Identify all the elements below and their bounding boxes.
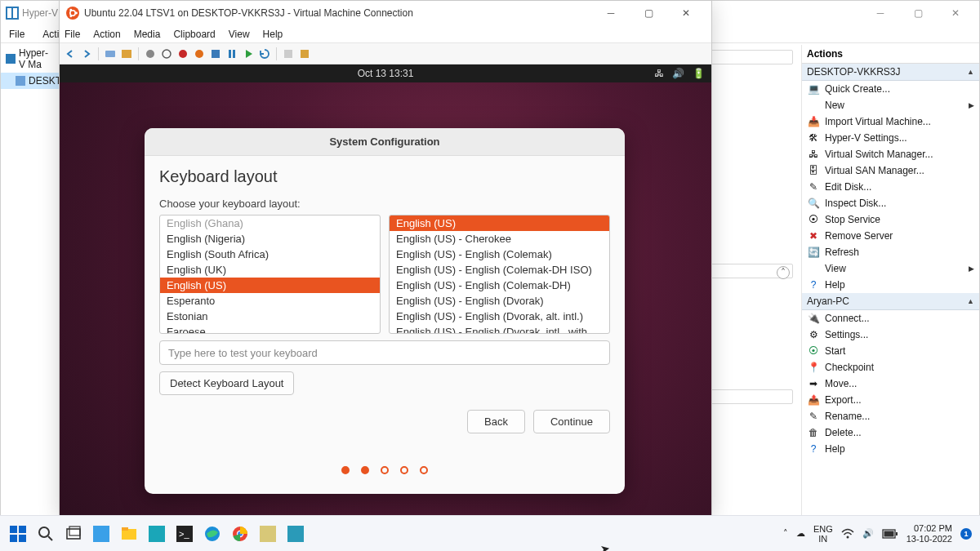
turnoff-button[interactable] (176, 47, 190, 61)
collapse-panel-button[interactable]: ˄ (777, 266, 790, 279)
taskbar-clock[interactable]: 07:02 PM 13-10-2022 (906, 523, 952, 544)
action-item[interactable]: 📥Import Virtual Machine... (802, 113, 979, 130)
list-item[interactable]: English (US) - English (Colemak-DH) (390, 278, 609, 293)
maximize-button[interactable]: ▢ (899, 1, 937, 25)
action-item[interactable]: 💻Quick Create... (802, 81, 979, 97)
list-item[interactable]: English (US) - English (Dvorak, intl., w… (390, 324, 609, 334)
wifi-icon[interactable] (841, 528, 854, 540)
list-item[interactable]: English (UK) (160, 262, 380, 278)
search-button[interactable] (36, 524, 56, 544)
nav-forward-button[interactable] (79, 47, 94, 61)
list-item[interactable]: Esperanto (160, 293, 380, 309)
action-item[interactable]: ✎Rename... (802, 408, 979, 424)
taskbar-app-7[interactable] (258, 524, 278, 544)
terminal-icon[interactable]: >_ (175, 524, 194, 544)
pause-button[interactable] (225, 47, 239, 61)
close-button[interactable]: ✕ (667, 1, 705, 25)
session-button[interactable] (119, 47, 134, 61)
vmc-menu-file[interactable]: File (65, 29, 80, 40)
action-item[interactable]: 🗄Virtual SAN Manager... (802, 162, 979, 179)
vmc-menu-media[interactable]: Media (134, 29, 161, 40)
action-item[interactable]: 🔌Connect... (802, 310, 979, 327)
start-button[interactable] (8, 524, 28, 544)
action-item[interactable]: ✎Edit Disk... (802, 179, 979, 195)
action-item[interactable]: ⚙Settings... (802, 327, 979, 343)
action-item[interactable]: New▶ (802, 97, 979, 113)
list-item[interactable]: Faroese (160, 324, 380, 334)
taskbar-app-1[interactable] (91, 524, 111, 544)
battery-icon[interactable] (882, 529, 898, 539)
maximize-button[interactable]: ▢ (630, 1, 667, 25)
actions-section-host[interactable]: DESKTOP-VKKRS3J ▲ (802, 64, 979, 81)
ctrl-alt-del-button[interactable] (103, 47, 118, 61)
action-item[interactable]: 📤Export... (802, 392, 979, 408)
action-item[interactable]: 🗑Delete... (802, 424, 979, 441)
vmc-menu-help[interactable]: Help (263, 29, 283, 40)
tree-host[interactable]: DESKTOF (1, 73, 59, 89)
actions-section-vm[interactable]: Aryan-PC ▲ (802, 293, 979, 310)
detect-layout-button[interactable]: Detect Keyboard Layout (159, 371, 294, 395)
list-item[interactable]: English (US) (160, 278, 380, 293)
revert-button[interactable] (297, 47, 312, 61)
action-item[interactable]: 📍Checkpoint (802, 359, 979, 375)
action-item[interactable]: ?Help (802, 277, 979, 293)
volume-icon[interactable]: 🔊 (672, 68, 684, 79)
menu-file[interactable]: File (4, 27, 29, 42)
file-explorer-icon[interactable] (119, 524, 139, 544)
list-item[interactable]: English (US) (390, 216, 609, 231)
start-button[interactable] (241, 47, 256, 61)
list-item[interactable]: English (US) - English (Dvorak) (390, 293, 609, 309)
kb-layout-list[interactable]: English (Ghana)English (Nigeria)English … (159, 215, 381, 334)
record-button[interactable] (143, 47, 158, 61)
checkpoint-button[interactable] (281, 47, 296, 61)
action-item[interactable]: ?Help (802, 441, 979, 457)
minimize-button[interactable]: ─ (592, 1, 630, 25)
shutdown-button[interactable] (192, 47, 207, 61)
volume-icon[interactable]: 🔊 (862, 528, 874, 539)
network-icon[interactable]: 🖧 (654, 68, 664, 79)
kb-test-input[interactable] (159, 340, 610, 365)
notification-count[interactable]: 1 (960, 528, 972, 540)
list-item[interactable]: English (US) - Cherokee (390, 231, 609, 247)
action-item[interactable]: 🔍Inspect Disk... (802, 195, 979, 211)
ubuntu-icon (66, 7, 79, 20)
action-item[interactable]: ⦿Stop Service (802, 211, 979, 228)
onedrive-icon[interactable]: ☁ (796, 528, 805, 539)
list-item[interactable]: English (South Africa) (160, 247, 380, 262)
list-item[interactable]: Estonian (160, 309, 380, 324)
edge-icon[interactable] (203, 524, 222, 544)
minimize-button[interactable]: ─ (862, 1, 899, 25)
vmc-menu-view[interactable]: View (229, 29, 250, 40)
vmc-menu-action[interactable]: Action (93, 29, 120, 40)
save-button[interactable] (208, 47, 223, 61)
kb-variant-list[interactable]: English (US)English (US) - CherokeeEngli… (389, 215, 610, 334)
tray-chevron-icon[interactable]: ˄ (783, 528, 788, 539)
action-item[interactable]: 🖧Virtual Switch Manager... (802, 146, 979, 162)
action-item[interactable]: View▶ (802, 260, 979, 277)
tree-root[interactable]: Hyper-V Ma (1, 45, 59, 73)
task-view-button[interactable] (64, 524, 83, 544)
hyperv-taskbar-icon[interactable] (286, 524, 305, 544)
list-item[interactable]: English (US) - English (Colemak-DH ISO) (390, 262, 609, 278)
back-button[interactable]: Back (467, 410, 525, 433)
state-button[interactable] (159, 47, 174, 61)
taskbar-app-3[interactable] (147, 524, 167, 544)
language-indicator[interactable]: ENG IN (813, 524, 833, 544)
list-item[interactable]: English (US) - English (Dvorak, alt. int… (390, 309, 609, 324)
close-button[interactable]: ✕ (937, 1, 974, 25)
list-item[interactable]: English (Ghana) (160, 216, 380, 231)
action-item[interactable]: ⦿Start (802, 343, 979, 359)
power-icon[interactable]: 🔋 (693, 68, 705, 79)
action-item[interactable]: 🛠Hyper-V Settings... (802, 130, 979, 146)
list-item[interactable]: English (Nigeria) (160, 231, 380, 247)
action-item[interactable]: ✖Remove Server (802, 228, 979, 244)
list-item[interactable]: English (US) - English (Colemak) (390, 247, 609, 262)
action-item[interactable]: ➡Move... (802, 375, 979, 392)
reset-button[interactable] (257, 47, 272, 61)
chrome-icon[interactable] (230, 524, 250, 544)
action-item[interactable]: 🔄Refresh (802, 244, 979, 260)
nav-back-button[interactable] (63, 47, 78, 61)
vmc-menu-clipboard[interactable]: Clipboard (173, 29, 215, 40)
ubuntu-clock[interactable]: Oct 13 13:31 (358, 68, 414, 79)
continue-button[interactable]: Continue (533, 410, 610, 433)
